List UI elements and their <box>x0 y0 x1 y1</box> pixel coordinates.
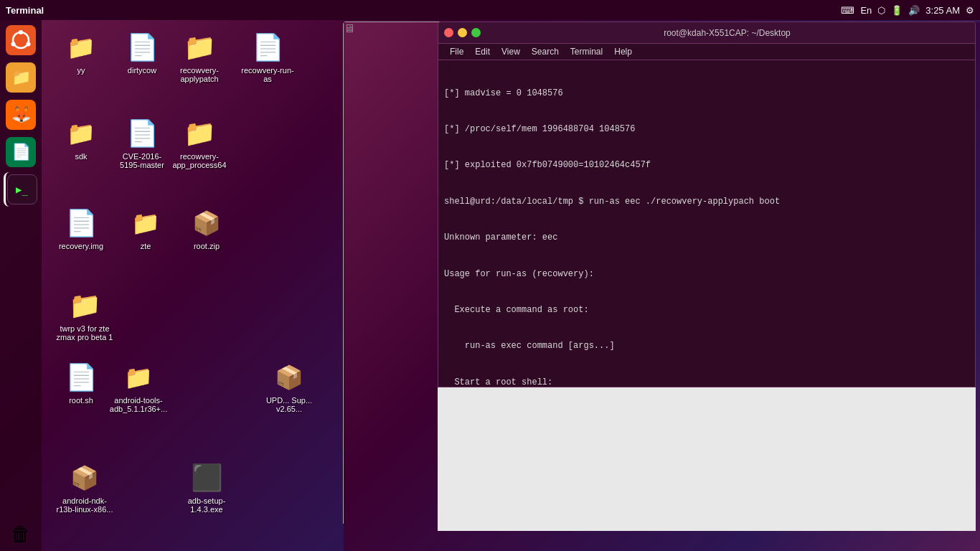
term-close-button[interactable] <box>444 28 453 37</box>
launcher-libreoffice[interactable]: 📄 <box>4 135 38 169</box>
term-menubar: File Edit View Search Terminal Help <box>438 44 975 60</box>
clock: 3:25 AM <box>925 5 960 16</box>
term-line-2: [*] /proc/self/mem 1996488704 1048576 <box>444 123 969 136</box>
firefox-icon: 🦊 <box>6 100 36 130</box>
zip-ndk-icon: 📦 <box>67 461 102 495</box>
term-line-8: run-as exec command [args...] <box>444 340 969 352</box>
launcher-ubuntu[interactable] <box>4 23 38 57</box>
term-titlebar: root@kdah-X551CAP: ~/Desktop <box>438 22 975 44</box>
folder-recowvery-applypatch-icon: 📁 <box>182 30 217 65</box>
term-title: root@kdah-X551CAP: ~/Desktop <box>485 28 969 38</box>
term-menu-view[interactable]: View <box>496 45 526 58</box>
desktop-icon-ndk[interactable]: 📦 android-ndk-r13b-linux-x86... <box>49 458 121 517</box>
term-line-3: [*] exploited 0x7fb0749000=10102464c457f <box>444 159 969 171</box>
desktop-icon-recowvery-run-as[interactable]: 📄 recowvery-run-as <box>235 27 300 86</box>
terminal-scroll-area <box>438 387 976 531</box>
folder-twrp-icon: 📁 <box>67 288 102 323</box>
icon-label-dirtycow: dirtycow <box>128 66 156 75</box>
icon-label-cve: CVE-2016-5195-master <box>113 152 171 169</box>
desktop-icon-dirtycow[interactable]: 📄 dirtycow <box>110 27 174 77</box>
svg-point-2 <box>27 42 31 47</box>
desktop-icon-recowvery-app[interactable]: 📁 recowvery-app_process64 <box>167 113 232 172</box>
panel-app-name: Terminal <box>6 5 44 16</box>
keyboard-icon[interactable]: ⌨ <box>841 5 854 16</box>
top-panel: Terminal ⌨ En ⬡ 🔋 🔊 3:25 AM ⚙ <box>0 0 980 20</box>
launcher-firefox[interactable]: 🦊 <box>4 98 38 132</box>
en-lang-indicator[interactable]: En <box>860 5 872 16</box>
term-menu-help[interactable]: Help <box>608 45 638 58</box>
term-line-7: Execute a command as root: <box>444 304 969 316</box>
term-line-6: Usage for run-as (recowvery): <box>444 268 969 281</box>
exe-adb-setup-icon: ⬛ <box>189 461 224 495</box>
system-settings-icon[interactable]: ⚙ <box>966 5 974 16</box>
folder-sdk-icon: 📁 <box>64 116 98 151</box>
desktop-icon-zte[interactable]: 📁 zte <box>113 203 178 253</box>
bluetooth-icon[interactable]: ⬡ <box>877 5 885 16</box>
desktop-icon-adb-setup[interactable]: ⬛ adb-setup-1.4.3.exe <box>174 458 239 517</box>
file-recowvery-run-as-icon: 📄 <box>250 30 285 65</box>
term-menu-file[interactable]: File <box>444 45 469 58</box>
file-root-sh-icon: 📄 <box>64 360 98 395</box>
launcher-terminal[interactable]: ▶_ <box>4 172 38 207</box>
desktop-icon-upd[interactable]: 📦 UPD... Sup... v2.65... <box>257 357 321 416</box>
icon-label-recowvery-applypatch: recowvery-applypatch <box>170 66 229 83</box>
term-minimize-button[interactable] <box>458 28 467 37</box>
volume-icon[interactable]: 🔊 <box>908 5 920 16</box>
folder-adb-tools-icon: 📁 <box>121 360 156 395</box>
icon-label-root-sh: root.sh <box>69 396 93 405</box>
desktop-icon-root-sh[interactable]: 📄 root.sh <box>49 357 113 408</box>
icon-label-sdk: sdk <box>75 152 87 161</box>
desktop-icon-cve[interactable]: 📄 CVE-2016-5195-master <box>110 113 174 172</box>
icon-label-adb-tools: android-tools-adb_5.1.1r36+... <box>109 396 168 413</box>
zip-upd-icon: 📦 <box>272 360 306 395</box>
panel-right: ⌨ En ⬡ 🔋 🔊 3:25 AM ⚙ <box>841 5 980 16</box>
term-line-1: [*] madvise = 0 1048576 <box>444 88 969 100</box>
icon-label-zte: zte <box>141 242 151 250</box>
files-icon: 📁 <box>6 62 36 93</box>
terminal-app-icon: ▶_ <box>7 174 37 204</box>
icon-label-root-zip: root.zip <box>194 242 220 250</box>
icon-label-twrp: twrp v3 for zte zmax pro beta 1 <box>55 324 116 342</box>
term-menu-edit[interactable]: Edit <box>469 45 496 58</box>
desktop-icon-sdk[interactable]: 📁 sdk <box>49 113 113 164</box>
term-menu-terminal[interactable]: Terminal <box>565 45 608 58</box>
libreoffice-icon: 📄 <box>6 137 36 167</box>
trash-icon: 🗑 <box>6 519 36 549</box>
term-menu-search[interactable]: Search <box>526 45 565 58</box>
icon-label-recowvery-app: recowvery-app_process64 <box>170 152 229 169</box>
panel-left: Terminal <box>0 5 44 16</box>
svg-point-3 <box>11 42 16 47</box>
icon-label-ndk: android-ndk-r13b-linux-x86... <box>55 496 116 514</box>
battery-icon[interactable]: 🔋 <box>891 5 903 16</box>
svg-point-1 <box>19 30 23 34</box>
term-line-9: Start a root shell: <box>444 377 969 387</box>
icon-label-recowvery-run-as: recowvery-run-as <box>238 66 297 83</box>
launcher: 📁 🦊 📄 ▶_ 🗑 <box>0 20 42 551</box>
desktop-icon-recowvery-applypatch[interactable]: 📁 recowvery-applypatch <box>167 27 232 86</box>
folder-zte-icon: 📁 <box>128 206 163 240</box>
launcher-files[interactable]: 📁 <box>4 60 38 95</box>
file-cve-icon: 📄 <box>125 116 159 151</box>
term-maximize-button[interactable] <box>471 28 481 37</box>
icon-label-recovery-img: recovery.img <box>59 242 103 250</box>
term-line-5: Unknown parameter: eec <box>444 232 969 244</box>
ubuntu-logo-icon <box>6 25 36 55</box>
folder-recowvery-app-icon: 📁 <box>182 116 217 151</box>
term-body[interactable]: [*] madvise = 0 1048576 [*] /proc/self/m… <box>438 60 975 387</box>
icon-label-upd: UPD... Sup... v2.65... <box>260 396 319 413</box>
file-dirtycow-icon: 📄 <box>125 30 159 65</box>
term-line-4: shell@urd:/data/local/tmp $ run-as eec .… <box>444 196 969 208</box>
terminal-window: root@kdah-X551CAP: ~/Desktop File Edit V… <box>438 22 976 387</box>
file-recovery-img-icon: 📄 <box>64 206 98 240</box>
desktop-icon-root-zip[interactable]: 📦 root.zip <box>174 203 239 253</box>
desktop-icon-yy[interactable]: 📁 yy <box>49 27 113 77</box>
folder-yy-icon: 📁 <box>64 30 98 65</box>
launcher-trash[interactable]: 🗑 <box>4 517 38 551</box>
zip-root-icon: 📦 <box>189 206 224 240</box>
icon-label-adb-setup: adb-setup-1.4.3.exe <box>177 496 236 514</box>
icon-label-yy: yy <box>77 66 85 75</box>
svg-point-0 <box>13 32 29 48</box>
desktop-icon-adb-tools[interactable]: 📁 android-tools-adb_5.1.1r36+... <box>106 357 171 416</box>
desktop-icon-twrp[interactable]: 📁 twrp v3 for zte zmax pro beta 1 <box>49 286 121 344</box>
desktop-icon-recovery-img[interactable]: 📄 recovery.img <box>49 203 113 253</box>
